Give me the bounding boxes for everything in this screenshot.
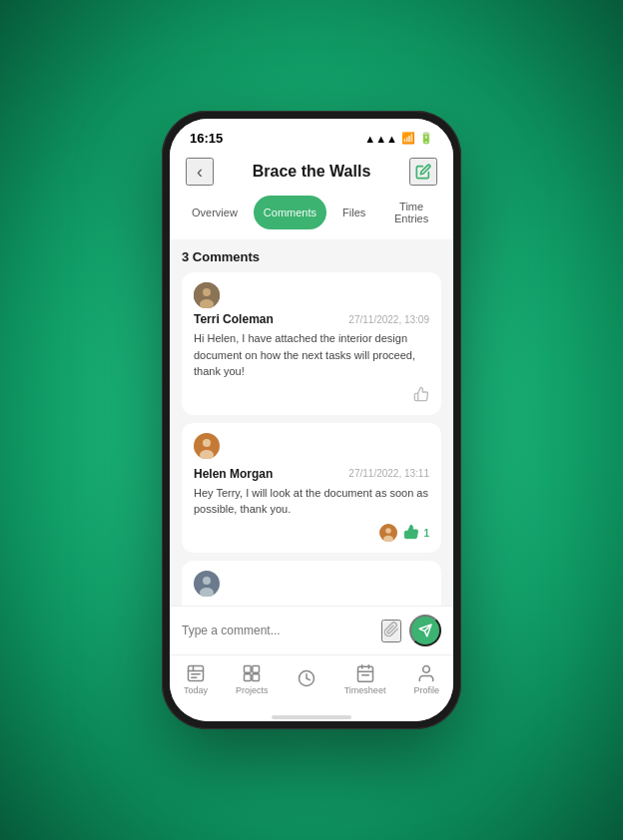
tab-comments[interactable]: Comments <box>254 196 326 229</box>
tab-time-entries[interactable]: Time Entries <box>381 196 441 229</box>
back-icon: ‹ <box>197 162 203 183</box>
comment-footer-2: 1 <box>194 524 429 543</box>
status-bar: 16:15 ▲▲▲ 📶 🔋 <box>170 119 453 152</box>
phone-screen: 16:15 ▲▲▲ 📶 🔋 ‹ Brace the Walls Overview <box>170 119 453 721</box>
content-area: 3 Comments Terri Coleman 27/11/2022, 13:… <box>170 239 453 606</box>
comment-footer-1 <box>194 386 429 405</box>
svg-point-1 <box>203 288 211 296</box>
edit-button[interactable] <box>409 158 437 186</box>
comment-card-1: Terri Coleman 27/11/2022, 13:09 Hi Helen… <box>182 272 441 415</box>
avatar-image-helen <box>194 433 220 459</box>
svg-rect-21 <box>245 674 252 681</box>
liker-avatar-helen <box>379 524 397 542</box>
header: ‹ Brace the Walls <box>170 152 453 196</box>
home-indicator <box>170 711 453 721</box>
avatar-image-keith <box>194 571 220 597</box>
profile-icon <box>416 663 436 683</box>
clock-icon <box>297 668 316 688</box>
phone-frame: 16:15 ▲▲▲ 📶 🔋 ‹ Brace the Walls Overview <box>162 111 461 729</box>
svg-point-7 <box>386 528 392 534</box>
comment-text-2: Hey Terry, I will look at the document a… <box>194 485 429 518</box>
page-title: Brace the Walls <box>253 163 371 181</box>
comment-header-1: Terri Coleman 27/11/2022, 13:09 <box>194 312 429 326</box>
send-icon <box>418 624 432 637</box>
comment-time-2: 27/11/2022, 13:11 <box>348 468 429 479</box>
comment-author-1: Terri Coleman <box>194 312 274 326</box>
nav-item-projects[interactable]: Projects <box>236 663 269 695</box>
nav-item-today[interactable]: Today <box>184 663 208 695</box>
avatar-terri <box>194 282 220 308</box>
signal-icon: ▲▲▲ <box>364 133 397 145</box>
nav-label-profile: Profile <box>413 685 439 695</box>
nav-item-profile[interactable]: Profile <box>413 663 439 695</box>
svg-rect-14 <box>189 666 204 681</box>
projects-icon <box>242 663 262 683</box>
svg-point-4 <box>203 439 211 447</box>
comment-time-1: 27/11/2022, 13:09 <box>348 314 429 325</box>
like-button-2[interactable] <box>403 524 419 543</box>
comments-count: 3 Comments <box>182 249 441 264</box>
like-button-1[interactable] <box>413 386 429 405</box>
svg-rect-22 <box>253 674 260 681</box>
tab-overview[interactable]: Overview <box>182 196 248 229</box>
home-bar <box>272 715 351 719</box>
comment-header-3: Keith Hopkins 27/11/2022, 13:16 <box>194 605 429 607</box>
nav-label-projects: Projects <box>236 685 269 695</box>
attach-button[interactable] <box>381 620 401 642</box>
comment-input-area <box>170 606 453 654</box>
svg-rect-19 <box>245 666 252 673</box>
status-time: 16:15 <box>190 131 223 146</box>
status-icons: ▲▲▲ 📶 🔋 <box>364 132 433 145</box>
battery-icon: 🔋 <box>419 132 433 145</box>
comment-text-1: Hi Helen, I have attached the interior d… <box>194 330 429 380</box>
svg-point-10 <box>203 577 211 585</box>
comment-card-2: Helen Morgan 27/11/2022, 13:11 Hey Terry… <box>182 423 441 553</box>
svg-rect-20 <box>253 666 260 673</box>
comment-header-2: Helen Morgan 27/11/2022, 13:11 <box>194 467 429 481</box>
avatar-image-terri <box>194 282 220 308</box>
nav-label-timesheet: Timesheet <box>344 685 386 695</box>
back-button[interactable]: ‹ <box>186 158 214 186</box>
svg-point-29 <box>423 666 430 673</box>
comment-input[interactable] <box>182 624 373 637</box>
bottom-nav: Today Projects Timesheet <box>170 654 453 711</box>
like-count-2: 1 <box>423 528 429 539</box>
svg-rect-24 <box>357 666 372 681</box>
comment-author-3: Keith Hopkins <box>194 605 275 607</box>
tab-files[interactable]: Files <box>332 196 375 229</box>
timesheet-icon <box>355 663 375 683</box>
nav-item-timesheet[interactable]: Timesheet <box>344 663 386 695</box>
wifi-icon: 📶 <box>401 132 415 145</box>
tabs-bar: Overview Comments Files Time Entries <box>170 196 453 239</box>
today-icon <box>186 663 206 683</box>
edit-icon <box>415 164 431 180</box>
paperclip-icon <box>383 622 399 637</box>
comment-card-3: Keith Hopkins 27/11/2022, 13:16 @Helen M… <box>182 561 441 607</box>
send-button[interactable] <box>409 615 441 646</box>
comment-author-2: Helen Morgan <box>194 467 273 481</box>
nav-item-timesheet-clock[interactable] <box>297 668 316 690</box>
nav-label-today: Today <box>184 685 208 695</box>
